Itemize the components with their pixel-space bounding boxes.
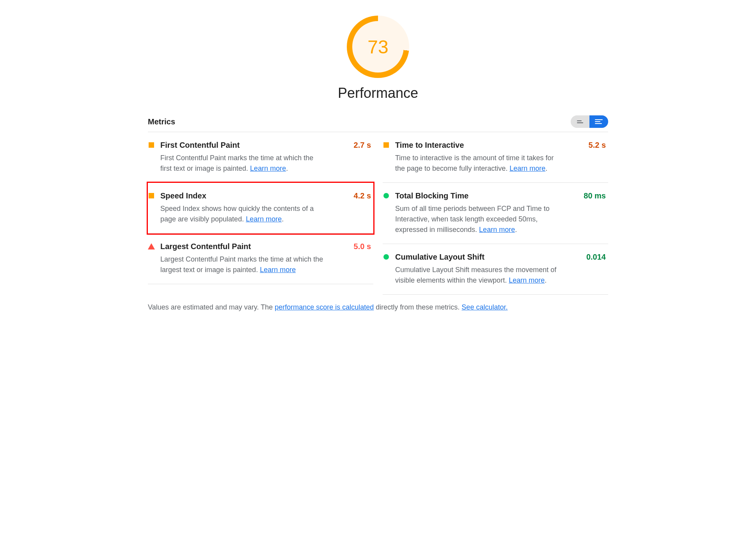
metric-value: 4.2 s — [354, 191, 371, 200]
expanded-view-button[interactable] — [589, 115, 608, 128]
metric-speed-index: Speed Index4.2 sSpeed Index shows how qu… — [148, 183, 373, 234]
gauge-score: 73 — [352, 21, 404, 73]
footer-note: Values are estimated and may vary. The p… — [148, 303, 608, 311]
triangle-icon — [148, 243, 155, 249]
metric-value: 80 ms — [584, 191, 606, 200]
performance-gauge-area: 73 Performance — [148, 16, 608, 101]
metric-value: 0.014 — [586, 253, 606, 262]
metric-name: Speed Index — [160, 191, 206, 200]
view-toggle — [571, 115, 608, 128]
learn-more-link[interactable]: Learn more — [509, 276, 545, 284]
footer-text: Values are estimated and may vary. The — [148, 303, 275, 311]
status-icon — [148, 243, 155, 250]
performance-score-link[interactable]: performance score is calculated — [275, 303, 374, 311]
status-icon — [148, 142, 155, 149]
see-calculator-link[interactable]: See calculator. — [461, 303, 508, 311]
performance-gauge: 73 — [347, 16, 409, 78]
metric-description: Cumulative Layout Shift measures the mov… — [395, 265, 559, 286]
metrics-grid: First Contentful Paint2.7 sFirst Content… — [148, 132, 608, 295]
compact-view-button[interactable] — [571, 115, 589, 128]
learn-more-link[interactable]: Learn more — [479, 226, 515, 234]
metric-name: Time to Interactive — [395, 141, 464, 150]
status-icon — [148, 192, 155, 199]
square-icon — [383, 142, 389, 148]
metric-description: Largest Contentful Paint marks the time … — [160, 254, 324, 275]
metrics-column-left: First Contentful Paint2.7 sFirst Content… — [148, 132, 373, 295]
metric-value: 2.7 s — [354, 141, 371, 150]
metric-description: First Contentful Paint marks the time at… — [160, 153, 324, 174]
gauge-label: Performance — [338, 85, 418, 101]
metric-cumulative-layout-shift: Cumulative Layout Shift0.014Cumulative L… — [383, 244, 608, 295]
metric-name: Total Blocking Time — [395, 191, 469, 200]
metric-time-to-interactive: Time to Interactive5.2 sTime to interact… — [383, 132, 608, 183]
status-icon — [383, 192, 390, 199]
status-icon — [383, 253, 390, 260]
learn-more-link[interactable]: Learn more — [250, 165, 286, 172]
learn-more-link[interactable]: Learn more — [509, 165, 545, 172]
status-icon — [383, 142, 390, 149]
square-icon — [149, 142, 154, 148]
metric-name: Cumulative Layout Shift — [395, 253, 484, 262]
metric-description: Time to interactive is the amount of tim… — [395, 153, 559, 174]
metric-description: Speed Index shows how quickly the conten… — [160, 203, 324, 225]
metrics-heading: Metrics — [148, 117, 175, 126]
metric-first-contentful-paint: First Contentful Paint2.7 sFirst Content… — [148, 132, 373, 183]
metric-description: Sum of all time periods between FCP and … — [395, 203, 559, 235]
learn-more-link[interactable]: Learn more — [246, 215, 282, 223]
metric-largest-contentful-paint: Largest Contentful Paint5.0 sLargest Con… — [148, 234, 373, 284]
square-icon — [149, 193, 154, 198]
metric-value: 5.0 s — [354, 242, 371, 251]
metric-value: 5.2 s — [589, 141, 606, 150]
metric-name: First Contentful Paint — [160, 141, 240, 150]
metric-total-blocking-time: Total Blocking Time80 msSum of all time … — [383, 183, 608, 244]
circle-icon — [383, 254, 389, 260]
circle-icon — [383, 193, 389, 198]
footer-text: directly from these metrics. — [374, 303, 461, 311]
metric-name: Largest Contentful Paint — [160, 242, 251, 251]
metrics-column-right: Time to Interactive5.2 sTime to interact… — [383, 132, 608, 295]
learn-more-link[interactable]: Learn more — [260, 266, 296, 274]
